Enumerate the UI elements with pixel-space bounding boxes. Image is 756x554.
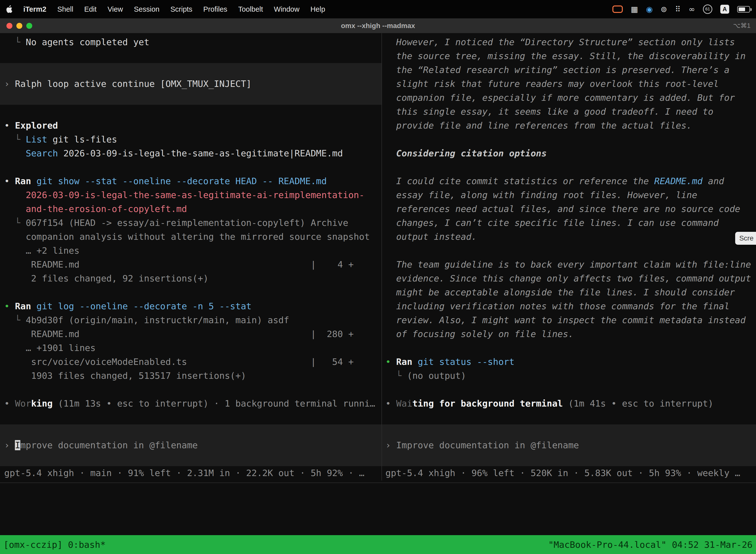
terminal-line: gpt-5.4 xhigh · main · 91% left · 2.31M …	[0, 466, 381, 480]
text-segment: └	[4, 37, 26, 47]
terminal-line: slight risk that future readers may over…	[382, 77, 756, 91]
macos-menubar: iTerm2 Shell Edit View Session Scripts P…	[0, 0, 756, 18]
right-pane[interactable]: However, I noticed the “Directory Struct…	[382, 33, 756, 481]
terminal-line: › Improve documentation in @filename	[0, 438, 381, 452]
text-segment: git status --short	[412, 357, 514, 367]
terminal-blank-line	[382, 383, 756, 397]
apple-menu-icon[interactable]	[6, 5, 12, 13]
terminal-blank-line	[382, 410, 756, 425]
text-segment: ting for background terminal	[412, 398, 563, 408]
blue-app-icon[interactable]: ◉	[646, 5, 652, 13]
terminal-blank-line	[0, 383, 381, 397]
minimize-button[interactable]	[16, 23, 22, 29]
terminal-line: including verification notes with those …	[382, 299, 756, 313]
text-segment: evidence. Since this change only affects…	[385, 273, 751, 283]
text-segment	[4, 148, 26, 158]
text-segment: essay file, along with finding root file…	[385, 190, 697, 200]
text-segment: this single essay, it seems like a good …	[385, 107, 713, 117]
terminal-line: 1903 files changed, 513517 insertions(+)	[0, 369, 381, 383]
prompt-input[interactable]: › Improve documentation in @filename	[382, 425, 756, 466]
percent-badge-icon[interactable]: 61	[703, 4, 712, 14]
text-segment: └	[385, 371, 407, 381]
terminal-blank-line	[0, 410, 381, 425]
terminal-blank-line	[382, 341, 756, 355]
text-segment: ›	[4, 79, 15, 89]
menu-item-scripts[interactable]: Scripts	[170, 5, 192, 13]
terminal-line: However, I noticed the “Directory Struct…	[382, 35, 756, 49]
text-segment: the source tree, missing the essay. Stil…	[385, 51, 746, 61]
text-segment: •	[4, 301, 15, 311]
terminal-line: evidence. Since this change only affects…	[382, 272, 756, 285]
text-segment: slight risk that future readers may over…	[385, 79, 719, 89]
terminal-line: └ No agents completed yet	[0, 35, 381, 49]
text-segment: •	[385, 398, 396, 408]
text-segment: provide file and line references from th…	[385, 120, 692, 130]
zoom-button[interactable]	[26, 23, 32, 29]
menu-item-window[interactable]: Window	[274, 5, 299, 13]
menu-item-view[interactable]: View	[107, 5, 123, 13]
user-message-box: › Ralph loop active continue [OMX_TMUX_I…	[0, 63, 381, 105]
text-segment: references need actual files, and since …	[385, 204, 740, 214]
terminal-blank-line	[382, 244, 756, 258]
terminal-line: … +1901 lines	[0, 341, 381, 355]
screen-share-pill[interactable]: Scre	[735, 232, 756, 245]
text-segment: src/voice/voiceModeEnabled.ts | 54 +	[4, 357, 354, 367]
text-segment: Ran	[15, 301, 31, 311]
prompt-input[interactable]: › Improve documentation in @filename	[0, 425, 381, 466]
text-segment: Ran	[396, 357, 412, 367]
menu-item-iterm2[interactable]: iTerm2	[23, 5, 46, 13]
terminal-line: Search 2026-03-09-is-legal-the-same-as-l…	[0, 147, 381, 160]
text-segment: 2026-03-09-is-legal-the-same-as-legitima…	[58, 148, 343, 158]
terminal-line: • Waiting for background terminal (1m 41…	[382, 397, 756, 410]
terminal-blank-line	[0, 285, 381, 299]
text-segment: companion analysis without altering the …	[4, 232, 370, 242]
terminal-line: The team guideline is to back every impo…	[382, 258, 756, 272]
battery-icon[interactable]	[737, 6, 750, 13]
menu-item-session[interactable]: Session	[134, 5, 160, 13]
terminal-line: provide file and line references from th…	[382, 119, 756, 132]
terminal-content: └ No agents completed yet› Ralph loop ac…	[0, 33, 756, 481]
menu-item-profiles[interactable]: Profiles	[203, 5, 228, 13]
text-segment: and	[703, 176, 724, 186]
text-segment: Ralph loop active continue [OMX_TMUX_INJ…	[15, 79, 252, 89]
text-segment: king	[31, 398, 53, 408]
terminal-line: review. Also, I might want to inspect th…	[382, 313, 756, 327]
keyboard-layout-icon[interactable]: A	[720, 5, 729, 14]
menubar-menus: iTerm2 Shell Edit View Session Scripts P…	[6, 5, 325, 13]
window-titlebar[interactable]: omx --xhigh --madmax ⌥⌘1	[0, 18, 756, 33]
close-button[interactable]	[6, 23, 12, 29]
apple-logo	[6, 5, 12, 13]
terminal-line: references need actual files, and since …	[382, 202, 756, 216]
grid-app-icon[interactable]: ▦	[631, 5, 638, 13]
tmux-host-clock: "MacBook-Pro-44.local" 04:52 31-Mar-26	[548, 540, 753, 550]
text-segment: ›	[4, 440, 15, 450]
window-title: omx --xhigh --madmax	[0, 22, 756, 30]
terminal-line: └ List git ls-files	[0, 132, 381, 147]
menubar-status-icons: ▦ ◉ ⊚ ⠿ ∞ 61 A	[612, 4, 750, 14]
terminal-line: › Improve documentation in @filename	[382, 438, 756, 452]
left-pane[interactable]: └ No agents completed yet› Ralph loop ac…	[0, 33, 381, 481]
terminal-line: companion analysis without altering the …	[0, 230, 381, 244]
text-segment: 067f154 (HEAD -> essay/ai-reimplementati…	[26, 218, 348, 228]
text-segment: (no output)	[407, 371, 466, 381]
dark-swirl-app-icon[interactable]: ⊚	[660, 5, 667, 13]
loop-app-icon[interactable]: ∞	[689, 5, 695, 13]
dots-grid-icon[interactable]: ⠿	[675, 5, 681, 13]
text-segment: List	[26, 134, 47, 145]
text-segment: README.md	[654, 176, 703, 186]
text-segment: including verification notes with those …	[385, 301, 730, 311]
text-segment: However, I noticed the “Directory Struct…	[385, 37, 735, 47]
menu-item-toolbelt[interactable]: Toolbelt	[238, 5, 263, 13]
text-segment: gpt-5.4 xhigh · main · 91% left · 2.31M …	[4, 468, 364, 478]
menu-item-shell[interactable]: Shell	[57, 5, 73, 13]
text-segment: changes, I can’t cite specific file line…	[385, 218, 719, 228]
text-segment: Ran	[15, 176, 31, 186]
menu-item-edit[interactable]: Edit	[84, 5, 97, 13]
terminal-line: src/voice/voiceModeEnabled.ts | 54 +	[0, 355, 381, 369]
terminal-blank-line	[382, 160, 756, 174]
menu-item-help[interactable]: Help	[310, 5, 325, 13]
screen-recording-indicator-icon[interactable]	[612, 5, 623, 13]
window-shortcut-badge: ⌥⌘1	[733, 22, 751, 30]
terminal-line: changes, I can’t cite specific file line…	[382, 216, 756, 230]
terminal-line: gpt-5.4 xhigh · 96% left · 520K in · 5.8…	[382, 466, 756, 480]
